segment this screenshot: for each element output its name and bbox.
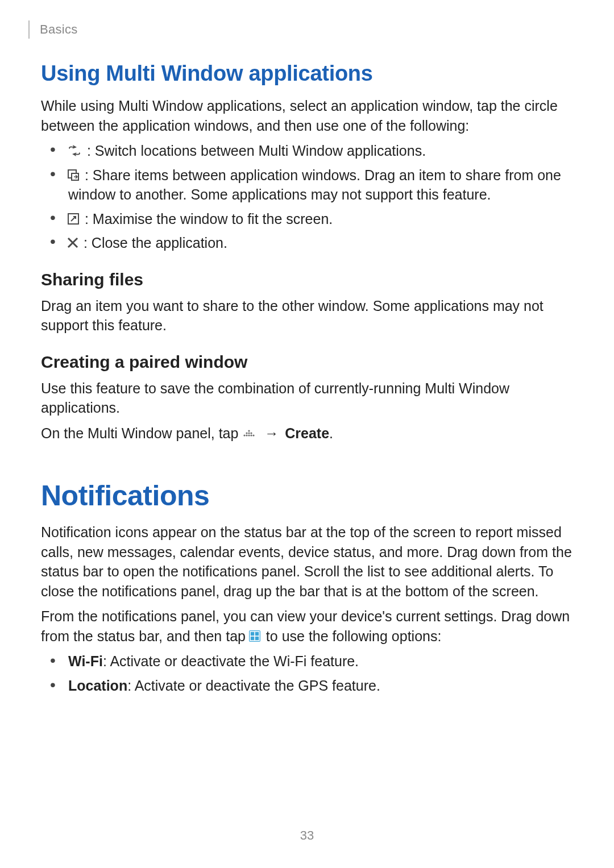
breadcrumb: Basics xyxy=(40,22,78,37)
panel-dots-icon xyxy=(241,429,257,438)
svg-point-4 xyxy=(246,434,248,436)
notifications-para1: Notification icons appear on the status … xyxy=(41,522,573,601)
text-fragment: On the Multi Window panel, tap xyxy=(41,425,242,441)
arrow-icon: → xyxy=(262,423,281,443)
svg-point-9 xyxy=(248,432,250,434)
feature-text: : Activate or deactivate the GPS feature… xyxy=(127,678,380,693)
feature-label: Location xyxy=(68,678,127,693)
section-heading-multi-window: Using Multi Window applications xyxy=(41,61,573,86)
multi-window-options-list: : Switch locations between Multi Window … xyxy=(41,141,573,253)
list-item: Wi-Fi: Activate or deactivate the Wi-Fi … xyxy=(57,651,573,671)
subheading-sharing-files: Sharing files xyxy=(41,270,573,289)
paired-window-text1: Use this feature to save the combination… xyxy=(41,379,573,418)
feature-text: : Activate or deactivate the Wi-Fi featu… xyxy=(103,653,359,669)
share-icon xyxy=(67,169,80,181)
list-item: : Switch locations between Multi Window … xyxy=(57,141,573,161)
text-fragment: to use the following options: xyxy=(262,628,441,644)
feature-label: Wi-Fi xyxy=(68,653,103,669)
svg-point-7 xyxy=(253,434,255,436)
paired-window-text2: On the Multi Window panel, tap → Create. xyxy=(41,423,573,443)
list-item: : Maximise the window to fit the screen. xyxy=(57,209,573,229)
quick-settings-grid-icon xyxy=(248,630,261,642)
list-item-text: : Switch locations between Multi Window … xyxy=(87,143,426,159)
page-header: Basics xyxy=(41,20,573,39)
svg-point-6 xyxy=(251,434,252,436)
multi-window-intro: While using Multi Window applications, s… xyxy=(41,96,573,135)
notification-options-list: Wi-Fi: Activate or deactivate the Wi-Fi … xyxy=(41,651,573,696)
sharing-files-text: Drag an item you want to share to the ot… xyxy=(41,296,573,335)
switch-icon xyxy=(67,145,82,156)
list-item-text: : Share items between application window… xyxy=(68,167,561,203)
close-icon xyxy=(67,237,78,248)
list-item: : Share items between application window… xyxy=(57,165,573,205)
svg-point-3 xyxy=(244,434,246,436)
list-item-text: : Maximise the window to fit the screen. xyxy=(85,211,333,227)
svg-point-11 xyxy=(248,430,250,431)
svg-point-5 xyxy=(248,434,250,436)
notifications-para2: From the notifications panel, you can vi… xyxy=(41,607,573,646)
svg-point-10 xyxy=(251,432,252,434)
header-rule xyxy=(28,20,30,39)
create-label: Create xyxy=(285,425,329,441)
list-item: : Close the application. xyxy=(57,233,573,253)
maximise-icon xyxy=(67,213,80,225)
page-number: 33 xyxy=(0,828,614,843)
svg-point-8 xyxy=(246,432,248,434)
text-fragment: . xyxy=(329,425,333,441)
subheading-paired-window: Creating a paired window xyxy=(41,352,573,372)
list-item: Location: Activate or deactivate the GPS… xyxy=(57,676,573,696)
section-heading-notifications: Notifications xyxy=(41,479,573,512)
list-item-text: : Close the application. xyxy=(84,235,227,251)
